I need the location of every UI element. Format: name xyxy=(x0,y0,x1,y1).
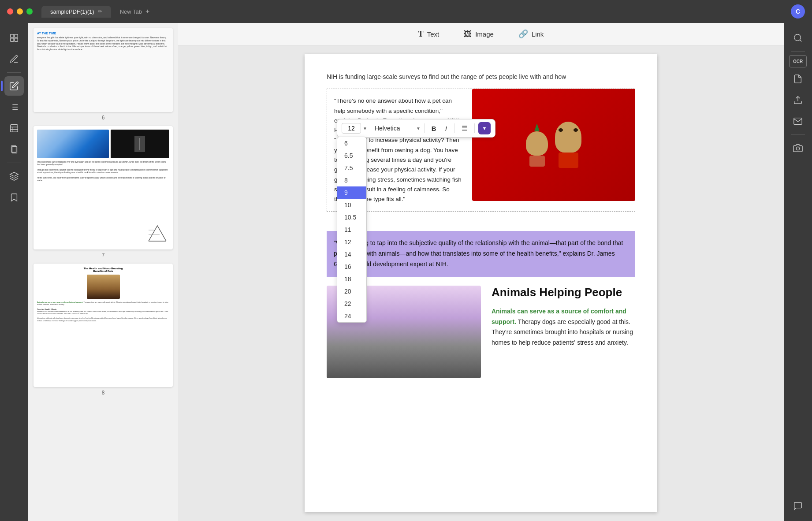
list-icon xyxy=(9,102,19,112)
fontsize-option-9[interactable]: 9 xyxy=(337,186,366,199)
mail-icon xyxy=(793,116,803,126)
toolbar-text-label: Text xyxy=(427,30,440,38)
thumb-page-number-7: 7 xyxy=(102,252,105,258)
toolbar-divider-4 xyxy=(474,123,475,133)
text-edit-icon xyxy=(9,81,19,91)
thumb6-title: AT THE TIME xyxy=(37,32,169,35)
toolbar-image-label: Image xyxy=(475,30,494,38)
pages-button[interactable] xyxy=(788,69,808,89)
sidebar-item-list[interactable] xyxy=(4,97,24,117)
tab-active[interactable]: samplePDF(1)(1) ✏ xyxy=(41,6,111,18)
thumb-card-6[interactable]: AT THE TIME everyone thought that white … xyxy=(34,28,173,112)
nih-funding-text: NIH is funding large-scale surveys to fi… xyxy=(327,72,635,82)
sidebar-divider-1 xyxy=(7,72,21,73)
tab-area: samplePDF(1)(1) ✏ New Tab + xyxy=(41,5,791,18)
toolbar-text-item[interactable]: T Text xyxy=(413,27,445,41)
tab-new-label: New Tab xyxy=(120,8,142,15)
toolbar-link-item[interactable]: 🔗 Link xyxy=(513,26,549,41)
color-picker-button[interactable]: ▼ xyxy=(478,122,491,134)
fontsize-option-10[interactable]: 10 xyxy=(337,199,366,211)
sidebar-item-table[interactable] xyxy=(4,119,24,138)
table-icon xyxy=(9,123,19,133)
user-avatar[interactable]: C xyxy=(791,4,805,19)
font-name-chevron[interactable]: ▼ xyxy=(416,126,421,131)
tab-active-label: samplePDF(1)(1) xyxy=(50,8,94,15)
mail-button[interactable] xyxy=(788,112,808,131)
ocr-label: OCR xyxy=(793,59,803,64)
svg-point-22 xyxy=(796,147,799,150)
align-button[interactable]: ☰ xyxy=(458,123,471,134)
sidebar-item-text-edit[interactable] xyxy=(4,76,24,96)
thumb7-book-image xyxy=(111,130,169,158)
text-toolbar-icon: T xyxy=(418,30,424,39)
chat-button[interactable] xyxy=(788,496,808,516)
fontsize-option-6[interactable]: 6 xyxy=(337,137,366,149)
thumb8-text: Animals can serve as a source of comfort… xyxy=(37,301,169,322)
thumbnail-page-8[interactable]: The Health and Mood-BoostingBenefits of … xyxy=(34,264,173,396)
bold-button[interactable]: B xyxy=(428,123,440,134)
sidebar-item-layers[interactable] xyxy=(4,167,24,186)
thumbnail-page-6[interactable]: AT THE TIME everyone thought that white … xyxy=(34,28,173,121)
bookmark-icon xyxy=(9,193,19,202)
pages-icon xyxy=(9,145,19,154)
fontsize-option-22[interactable]: 22 xyxy=(337,298,366,310)
thumb8-cat-image xyxy=(87,275,120,299)
toolbar-image-item[interactable]: 🖼 Image xyxy=(458,27,499,41)
sidebar-item-pages[interactable] xyxy=(4,140,24,159)
format-toolbar: ▼ Helvetica ▼ B I ☰ ▼ xyxy=(337,119,495,138)
ocr-button[interactable]: OCR xyxy=(789,55,807,67)
fontsize-option-18[interactable]: 18 xyxy=(337,273,366,285)
fontsize-option-20[interactable]: 20 xyxy=(337,285,366,298)
content-toolbar: T Text 🖼 Image 🔗 Link xyxy=(178,23,784,45)
traffic-lights xyxy=(7,8,33,15)
thumb-card-7[interactable]: This experiment can be repeated over and… xyxy=(34,126,173,249)
thumb7-chart xyxy=(146,223,168,245)
annotations-icon xyxy=(9,54,19,64)
thumb-page-number-8: 8 xyxy=(102,390,105,396)
svg-marker-16 xyxy=(10,172,18,176)
sidebar-item-bookmarks[interactable] xyxy=(4,188,24,207)
thumbnails-icon xyxy=(9,33,19,43)
thumb-card-8[interactable]: The Health and Mood-BoostingBenefits of … xyxy=(34,264,173,387)
svg-rect-3 xyxy=(15,38,18,41)
toolbar-divider-1 xyxy=(371,123,371,133)
edit-icon: ✏ xyxy=(98,8,102,15)
italic-button[interactable]: I xyxy=(442,123,451,134)
chat-icon xyxy=(793,501,803,511)
layers-icon xyxy=(9,171,19,181)
fontsize-option-24[interactable]: 24 xyxy=(337,310,366,322)
fontsize-option-10-5[interactable]: 10.5 xyxy=(337,211,366,223)
close-button[interactable] xyxy=(7,8,13,15)
font-name-display: Helvetica xyxy=(375,125,414,132)
svg-rect-0 xyxy=(11,34,14,37)
thumb8-title: The Health and Mood-BoostingBenefits of … xyxy=(37,267,169,272)
fontsize-option-16[interactable]: 16 xyxy=(337,260,366,273)
fontsize-dropdown: 6 6.5 7.5 8 9 10 10.5 11 12 14 16 18 20 … xyxy=(337,137,367,323)
sidebar-divider-2 xyxy=(7,163,21,163)
fontsize-option-14[interactable]: 14 xyxy=(337,248,366,260)
font-size-input[interactable] xyxy=(342,123,361,134)
svg-rect-10 xyxy=(11,125,18,132)
fontsize-option-12[interactable]: 12 xyxy=(337,236,366,248)
export-button[interactable] xyxy=(788,90,808,110)
search-button[interactable] xyxy=(788,28,808,48)
toolbar-divider-3 xyxy=(454,123,454,133)
tab-new[interactable]: New Tab + xyxy=(111,5,159,18)
new-tab-plus-icon[interactable]: + xyxy=(145,7,149,15)
active-indicator xyxy=(1,81,3,91)
right-sidebar-divider-1 xyxy=(791,51,805,52)
fontsize-option-7-5[interactable]: 7.5 xyxy=(337,162,366,174)
font-size-dropdown-arrow[interactable]: ▼ xyxy=(363,126,367,131)
minimize-button[interactable] xyxy=(17,8,23,15)
thumb-page-number-6: 6 xyxy=(102,115,105,121)
sidebar-item-thumbnails[interactable] xyxy=(4,28,24,48)
maximize-button[interactable] xyxy=(26,8,33,15)
thumbnail-page-7[interactable]: This experiment can be repeated over and… xyxy=(34,126,173,258)
fontsize-option-11[interactable]: 11 xyxy=(337,223,366,236)
right-sidebar-divider-2 xyxy=(791,134,805,135)
fontsize-option-8[interactable]: 8 xyxy=(337,174,366,186)
sidebar-item-annotations[interactable] xyxy=(4,49,24,69)
camera-button[interactable] xyxy=(788,138,808,158)
fontsize-option-6-5[interactable]: 6.5 xyxy=(337,149,366,162)
camera-icon xyxy=(793,143,803,153)
